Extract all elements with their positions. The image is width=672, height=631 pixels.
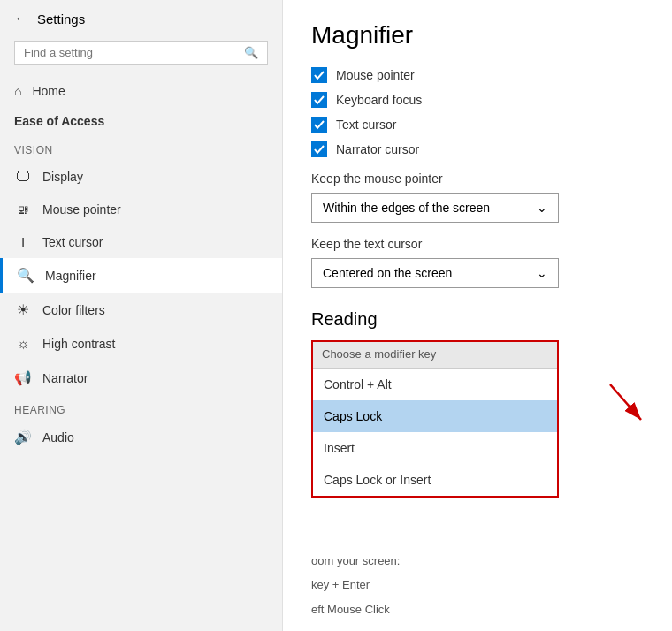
sidebar-item-high-contrast[interactable]: ☼ High contrast xyxy=(0,327,282,361)
mouse-pointer-label: Mouse pointer xyxy=(42,202,121,217)
checkbox-narrator-cursor-box[interactable] xyxy=(311,141,327,157)
sidebar-item-narrator[interactable]: 📢 Narrator xyxy=(0,361,282,395)
checkbox-text-cursor-label: Text cursor xyxy=(336,118,396,132)
keep-mouse-dropdown[interactable]: Within the edges of the screen ⌄ xyxy=(311,193,559,223)
checkbox-keyboard-focus-label: Keyboard focus xyxy=(336,93,422,107)
checkbox-narrator-cursor-label: Narrator cursor xyxy=(336,142,419,156)
display-icon: 🖵 xyxy=(14,169,32,185)
color-filters-label: Color filters xyxy=(42,303,105,317)
page-title: Magnifier xyxy=(311,21,644,49)
checkbox-keyboard-focus[interactable]: Keyboard focus xyxy=(311,92,644,108)
narrator-label: Narrator xyxy=(42,371,88,385)
search-input[interactable] xyxy=(24,46,244,59)
text-cursor-icon: I xyxy=(14,234,32,249)
keep-text-label: Keep the text cursor xyxy=(311,237,644,251)
vision-group-label: Vision xyxy=(0,135,282,160)
sidebar-item-color-filters[interactable]: ☀ Color filters xyxy=(0,293,282,327)
home-icon: ⌂ xyxy=(14,84,21,98)
color-filters-icon: ☀ xyxy=(14,301,32,318)
reading-title: Reading xyxy=(311,309,644,330)
display-label: Display xyxy=(42,170,83,184)
sidebar-item-audio[interactable]: 🔊 Audio xyxy=(0,420,282,454)
checkbox-mouse-pointer-box[interactable] xyxy=(311,67,327,83)
main-content: Magnifier Mouse pointer Keyboard focus T… xyxy=(283,0,672,631)
chevron-down-icon: ⌄ xyxy=(537,201,547,215)
read-left-click: eft Mouse Click xyxy=(311,599,644,620)
narrator-icon: 📢 xyxy=(14,369,32,386)
text-cursor-label: Text cursor xyxy=(42,235,103,249)
reading-footer: oom your screen: key + Enter eft Mouse C… xyxy=(311,551,644,631)
hearing-group-label: Hearing xyxy=(0,395,282,420)
mouse-pointer-icon: 🖳 xyxy=(14,203,32,217)
sidebar-item-home[interactable]: ⌂ Home xyxy=(0,75,282,107)
keep-text-dropdown[interactable]: Centered on the screen ⌄ xyxy=(311,258,559,288)
magnifier-label: Magnifier xyxy=(45,269,96,283)
sidebar-item-mouse-pointer[interactable]: 🖳 Mouse pointer xyxy=(0,194,282,225)
settings-title: Settings xyxy=(37,11,85,27)
sidebar-header: ← Settings xyxy=(0,0,282,37)
read-prev-sentence: – Read previous sentence: Modifier key +… xyxy=(311,627,644,631)
read-key-enter: key + Enter xyxy=(311,574,644,595)
audio-icon: 🔊 xyxy=(14,429,32,445)
keep-text-value: Centered on the screen xyxy=(323,266,452,280)
back-button[interactable]: ← xyxy=(14,11,28,27)
arrow-annotation xyxy=(601,380,654,436)
checkbox-mouse-pointer[interactable]: Mouse pointer xyxy=(311,67,644,83)
high-contrast-label: High contrast xyxy=(42,337,115,351)
checkbox-narrator-cursor[interactable]: Narrator cursor xyxy=(311,141,644,157)
home-label: Home xyxy=(32,84,65,98)
modifier-key-header: Choose a modifier key xyxy=(313,342,557,369)
modifier-key-container: Choose a modifier key Control + Alt Caps… xyxy=(311,340,559,498)
keep-mouse-value: Within the edges of the screen xyxy=(323,201,490,215)
sidebar: ← Settings 🔍 ⌂ Home Ease of Access Visio… xyxy=(0,0,283,631)
audio-label: Audio xyxy=(42,430,74,445)
checkbox-mouse-pointer-label: Mouse pointer xyxy=(336,68,415,82)
option-insert[interactable]: Insert xyxy=(313,432,557,464)
search-icon: 🔍 xyxy=(244,46,258,59)
option-caps-lock[interactable]: Caps Lock xyxy=(313,400,557,432)
read-screen-label: oom your screen: xyxy=(311,551,644,571)
modifier-key-dropdown[interactable]: Choose a modifier key Control + Alt Caps… xyxy=(311,340,559,498)
option-control-alt[interactable]: Control + Alt xyxy=(313,369,557,400)
svg-line-1 xyxy=(610,384,641,420)
chevron-down-icon-2: ⌄ xyxy=(537,266,547,280)
checkbox-keyboard-focus-box[interactable] xyxy=(311,92,327,108)
checkbox-text-cursor-box[interactable] xyxy=(311,117,327,133)
ease-of-access-label: Ease of Access xyxy=(0,107,282,135)
sidebar-item-text-cursor[interactable]: I Text cursor xyxy=(0,225,282,258)
sidebar-item-magnifier[interactable]: 🔍 Magnifier xyxy=(0,258,282,293)
sidebar-item-display[interactable]: 🖵 Display xyxy=(0,160,282,194)
search-bar[interactable]: 🔍 xyxy=(14,41,268,65)
magnifier-icon: 🔍 xyxy=(17,267,34,284)
option-caps-or-insert[interactable]: Caps Lock or Insert xyxy=(313,464,557,496)
high-contrast-icon: ☼ xyxy=(14,336,32,352)
checkbox-text-cursor[interactable]: Text cursor xyxy=(311,117,644,133)
keep-mouse-label: Keep the mouse pointer xyxy=(311,171,644,186)
